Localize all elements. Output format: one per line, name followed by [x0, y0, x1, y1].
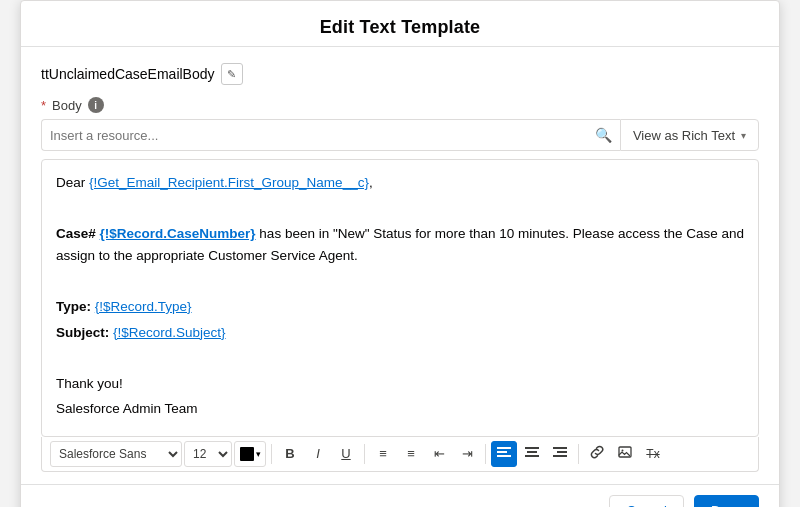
- resource-input[interactable]: [50, 128, 595, 143]
- resource-input-wrap: 🔍: [41, 119, 620, 151]
- editor-line-thankyou: Thank you!: [56, 373, 744, 395]
- align-right-icon: [553, 446, 567, 461]
- editor-line-team: Salesforce Admin Team: [56, 398, 744, 420]
- link-icon: [590, 445, 604, 462]
- clear-formatting-icon: Tx: [646, 447, 659, 461]
- search-icon: 🔍: [595, 127, 612, 143]
- color-swatch: [240, 447, 254, 461]
- toolbar-divider-4: [578, 444, 579, 464]
- clear-formatting-button[interactable]: Tx: [640, 441, 666, 467]
- underline-icon: U: [341, 446, 350, 461]
- editor-recipient-variable: {!Get_Email_Recipient.First_Group_Name__…: [89, 175, 369, 190]
- underline-button[interactable]: U: [333, 441, 359, 467]
- toolbar-divider-3: [485, 444, 486, 464]
- bold-button[interactable]: B: [277, 441, 303, 467]
- modal-body: ttUnclaimedCaseEmailBody ✎ * Body i 🔍 Vi…: [21, 47, 779, 484]
- modal-title: Edit Text Template: [320, 17, 481, 37]
- align-left-button[interactable]: [491, 441, 517, 467]
- insert-image-button[interactable]: [612, 441, 638, 467]
- done-button[interactable]: Done: [694, 495, 759, 507]
- ordered-list-button[interactable]: ≡: [398, 441, 424, 467]
- body-label-row: * Body i: [41, 97, 759, 113]
- font-size-select[interactable]: 891011 121416 182436: [184, 441, 232, 467]
- edit-text-template-modal: Edit Text Template ttUnclaimedCaseEmailB…: [20, 0, 780, 507]
- template-name-row: ttUnclaimedCaseEmailBody ✎: [41, 63, 759, 85]
- modal-footer: Cancel Done: [21, 484, 779, 507]
- info-icon[interactable]: i: [88, 97, 104, 113]
- editor-subject-label: Subject:: [56, 325, 113, 340]
- svg-point-10: [622, 450, 624, 452]
- editor-content-area[interactable]: Dear {!Get_Email_Recipient.First_Group_N…: [41, 159, 759, 437]
- view-as-rich-text-button[interactable]: View as Rich Text ▾: [620, 119, 759, 151]
- template-name: ttUnclaimedCaseEmailBody: [41, 66, 215, 82]
- align-right-button[interactable]: [547, 441, 573, 467]
- unordered-list-icon: ≡: [379, 446, 387, 461]
- editor-line-blank3: [56, 347, 744, 369]
- body-field-label: Body: [52, 98, 82, 113]
- editor-line-greeting: Dear {!Get_Email_Recipient.First_Group_N…: [56, 172, 744, 194]
- editor-type-label: Type:: [56, 299, 95, 314]
- editor-line-blank2: [56, 270, 744, 292]
- modal-overlay: Edit Text Template ttUnclaimedCaseEmailB…: [0, 0, 800, 507]
- indent-increase-icon: ⇥: [462, 446, 473, 461]
- pencil-icon: ✎: [227, 68, 236, 81]
- resource-input-row: 🔍 View as Rich Text ▾: [41, 119, 759, 151]
- editor-line-case: Case# {!$Record.CaseNumber} has been in …: [56, 223, 744, 266]
- required-indicator: *: [41, 98, 46, 113]
- ordered-list-icon: ≡: [407, 446, 415, 461]
- indent-increase-button[interactable]: ⇥: [454, 441, 480, 467]
- chevron-down-icon: ▾: [741, 130, 746, 141]
- image-icon: [618, 445, 632, 462]
- bold-icon: B: [285, 446, 294, 461]
- indent-decrease-icon: ⇤: [434, 446, 445, 461]
- editor-line-blank1: [56, 198, 744, 220]
- view-as-rich-text-label: View as Rich Text: [633, 128, 735, 143]
- font-family-select[interactable]: Salesforce Sans Arial Times New Roman Co…: [50, 441, 182, 467]
- edit-template-name-button[interactable]: ✎: [221, 63, 243, 85]
- editor-case-number-variable: {!$Record.CaseNumber}: [100, 226, 256, 241]
- align-left-icon: [497, 446, 511, 461]
- modal-header: Edit Text Template: [21, 1, 779, 47]
- cancel-button[interactable]: Cancel: [609, 495, 683, 507]
- editor-line-type: Type: {!$Record.Type}: [56, 296, 744, 318]
- text-color-button[interactable]: ▾: [234, 441, 266, 467]
- align-center-icon: [525, 446, 539, 461]
- italic-icon: I: [316, 446, 320, 461]
- indent-decrease-button[interactable]: ⇤: [426, 441, 452, 467]
- editor-line-subject: Subject: {!$Record.Subject}: [56, 322, 744, 344]
- toolbar-divider-2: [364, 444, 365, 464]
- editor-case-label: Case#: [56, 226, 100, 241]
- italic-button[interactable]: I: [305, 441, 331, 467]
- editor-subject-variable: {!$Record.Subject}: [113, 325, 226, 340]
- editor-type-variable: {!$Record.Type}: [95, 299, 192, 314]
- color-dropdown-icon: ▾: [256, 449, 261, 459]
- insert-link-button[interactable]: [584, 441, 610, 467]
- align-center-button[interactable]: [519, 441, 545, 467]
- unordered-list-button[interactable]: ≡: [370, 441, 396, 467]
- toolbar-divider-1: [271, 444, 272, 464]
- editor-toolbar: Salesforce Sans Arial Times New Roman Co…: [41, 437, 759, 472]
